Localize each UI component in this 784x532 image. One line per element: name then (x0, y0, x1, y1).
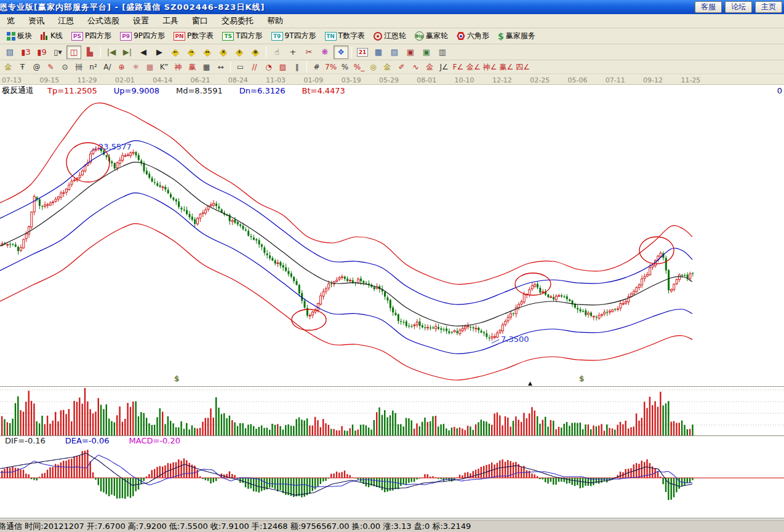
four-angle-tool[interactable]: 四∠ (514, 61, 531, 73)
next-bar-icon[interactable]: ▶ (152, 46, 167, 59)
menu-item-2[interactable]: 江恩 (51, 15, 81, 26)
menu-item-0[interactable]: 览 (0, 15, 22, 26)
spiral-tool[interactable]: @ (30, 61, 44, 73)
title-bar: 恩专业版[赢家内部服务平台] - [盛路通信 SZ002446-823日K线] … (0, 0, 784, 14)
gold-section-tool[interactable]: 金 (1, 61, 15, 73)
cycle-circle-tool[interactable]: ⊙ (58, 61, 72, 73)
pattern-match-icon[interactable]: ❖ (334, 46, 348, 59)
j-angle-tool[interactable]: J∠ (437, 61, 451, 73)
main-kline-chart[interactable]: 23.55777.3500$$▲ (0, 96, 784, 386)
p-table-button[interactable]: PNP数字表 (169, 30, 218, 43)
web-save-icon[interactable]: ▣ (419, 46, 434, 59)
gold-line-tool[interactable]: 金 (380, 61, 394, 73)
gann-box-tool[interactable]: ▦ (143, 61, 157, 73)
save-icon[interactable]: ▣ (403, 46, 418, 59)
menu-item-1[interactable]: 资讯 (22, 15, 51, 26)
report-icon[interactable]: ▤ (2, 46, 17, 59)
rect-tool[interactable]: ▭ (233, 61, 247, 73)
menu-item-4[interactable]: 设置 (126, 15, 156, 26)
arc-fan-tool[interactable]: ◔ (262, 61, 276, 73)
forum-button[interactable]: 论坛 (725, 1, 752, 13)
last-bar-icon[interactable]: ▶| (120, 46, 135, 59)
expand-x-icon[interactable]: ◆↔ (200, 46, 215, 59)
shift-left-icon[interactable]: ◆← (168, 46, 183, 59)
menu-item-8[interactable]: 帮助 (260, 15, 290, 26)
range-measure-tool[interactable]: ↔ (214, 61, 228, 73)
indicator-value-1: Up=9.9008 (114, 86, 159, 95)
prev-bar-icon[interactable]: ◀ (136, 46, 151, 59)
memo-icon[interactable]: ▤ (387, 46, 402, 59)
extreme-channel-icon[interactable]: ◫ (66, 46, 81, 59)
gold-box-tool[interactable]: 金 (423, 61, 437, 73)
fib-series-tool[interactable]: n² (86, 61, 100, 73)
f-percent-tool[interactable]: Ŧ (15, 61, 30, 73)
winner-wheel-button[interactable]: Big赢家轮 (410, 30, 452, 43)
p-square-button-label: P四方形 (85, 31, 111, 41)
magic-number-tool[interactable]: 神 (171, 61, 185, 73)
gann-rose-icon[interactable]: ❋ (318, 46, 332, 59)
candle-style-icon[interactable]: ▯▾ (50, 46, 65, 59)
date-label-04-14: 04-14 (153, 76, 172, 84)
gann-circle-tool[interactable]: ⊕ (114, 61, 129, 73)
menu-item-3[interactable]: 公式选股 (81, 15, 126, 26)
volume-svg[interactable] (0, 387, 784, 436)
crosshair-icon[interactable]: + (286, 46, 300, 59)
angle-ruler-tool[interactable]: A/ (100, 61, 114, 73)
gold-angle-tool[interactable]: 金∠ (465, 61, 482, 73)
winner-service-button[interactable]: $赢家服务 (494, 30, 540, 43)
cycle-ruler-tool[interactable]: 卌 (72, 61, 86, 73)
k-count-tool[interactable]: K” (157, 61, 171, 73)
hand-tool-icon[interactable]: ☝ (270, 46, 284, 59)
wave-tool[interactable]: ∿ (409, 61, 423, 73)
9t-square-button[interactable]: T99T四方形 (267, 30, 321, 43)
main-chart-svg[interactable]: 23.55777.3500$$▲ (0, 96, 784, 386)
calculator-icon[interactable]: ▦ (371, 46, 386, 59)
stat-panel-tool[interactable]: # (310, 61, 324, 73)
zoom-all-icon[interactable]: ◆⊕ (248, 46, 263, 59)
p-square-button[interactable]: PSP四方形 (67, 30, 116, 43)
percent-line-tool[interactable]: %_ (352, 61, 366, 73)
home-button[interactable]: 主页 (755, 1, 782, 13)
volume-panel[interactable] (0, 386, 784, 435)
support-button[interactable]: 客服 (695, 1, 722, 13)
kline-9-icon[interactable]: ▮9 (34, 46, 49, 59)
first-bar-icon[interactable]: |◀ (104, 46, 119, 59)
gold-circle-tool[interactable]: ◎ (366, 61, 380, 73)
workstation-icon[interactable]: ▥ (435, 46, 450, 59)
f-angle-tool[interactable]: F∠ (451, 61, 465, 73)
winner-angle-tool[interactable]: 赢∠ (498, 61, 515, 73)
color-histogram-icon[interactable]: ▙ (82, 46, 97, 59)
number-grid-tool[interactable]: ▦ (199, 61, 214, 73)
fib-fan-box-tool[interactable]: ▨ (276, 61, 290, 73)
menu-item-7[interactable]: 交易委托 (215, 15, 260, 26)
percent-7-tool[interactable]: 7% (324, 61, 338, 73)
sector-button[interactable]: 板块 (1, 30, 36, 43)
zoom-in-icon[interactable]: ◆+ (232, 46, 247, 59)
svg-text:▲: ▲ (528, 380, 532, 386)
hexagon-button[interactable]: 六角形 (452, 30, 494, 43)
brush-tool[interactable]: ✐ (394, 61, 409, 73)
date-label-05-06: 05-06 (568, 76, 588, 84)
speed-fan-tool[interactable]: // (247, 61, 262, 73)
hexagon-icon (457, 32, 465, 41)
macd-panel[interactable] (0, 445, 784, 508)
magic-angle-tool[interactable]: 神∠ (482, 61, 498, 73)
macd-svg[interactable] (0, 445, 784, 508)
erase-tool-icon[interactable]: ✂ (302, 46, 316, 59)
compress-x-icon[interactable]: ◆× (216, 46, 231, 59)
t-square-button[interactable]: TST四方形 (218, 30, 266, 43)
9p-square-button[interactable]: P99P四方形 (116, 30, 169, 43)
kline-button[interactable]: K线 (36, 30, 67, 43)
pen-ruler-tool[interactable]: ✎ (44, 61, 58, 73)
menu-item-5[interactable]: 工具 (156, 15, 185, 26)
parallel-lines-tool[interactable]: ∥ (290, 61, 304, 73)
gann-wheel-button[interactable]: 江恩轮 (369, 30, 410, 43)
menu-item-6[interactable]: 窗口 (185, 15, 215, 26)
percent-tool[interactable]: % (338, 61, 352, 73)
calendar-icon[interactable]: 21 (355, 46, 370, 59)
shift-right-icon[interactable]: ◆→ (184, 46, 199, 59)
t-table-button[interactable]: TNT数字表 (321, 30, 369, 43)
winner-number-tool[interactable]: 赢 (185, 61, 199, 73)
gann-grid-tool[interactable]: ✳ (129, 61, 143, 73)
kline-3-icon[interactable]: ▮3 (18, 46, 33, 59)
